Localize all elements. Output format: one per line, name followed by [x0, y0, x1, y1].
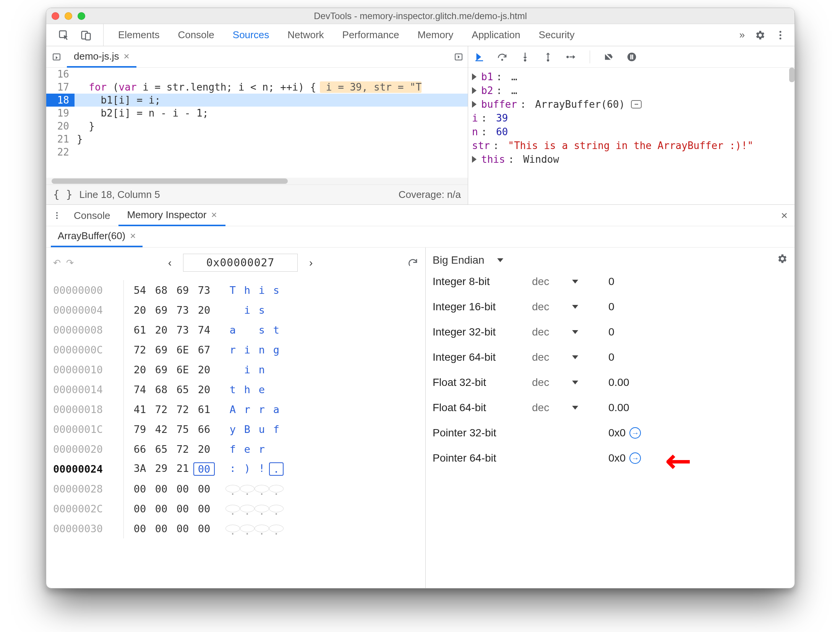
hex-row[interactable]: 0000000420697320 is [53, 300, 418, 320]
unit-select[interactable]: dec [532, 301, 597, 313]
refresh-icon[interactable] [407, 257, 418, 269]
value-row: Integer 32-bitdec0 [433, 326, 788, 338]
scope-row[interactable]: i: 39 [472, 111, 793, 125]
value-interpretations: Integer 8-bitdec0 Integer 16-bitdec0 Int… [433, 275, 788, 464]
settings-icon[interactable] [754, 29, 765, 41]
value-settings-icon[interactable] [776, 253, 788, 267]
unit-select[interactable]: dec [532, 275, 597, 288]
value-row: Float 32-bitdec0.00 [433, 376, 788, 389]
file-tabbar: demo-js.js × [46, 46, 468, 68]
scope-row[interactable]: b1: … [472, 70, 793, 84]
panel-tab-performance[interactable]: Performance [342, 29, 399, 41]
deactivate-breakpoints-icon[interactable] [603, 51, 615, 63]
close-drawer-tab-icon[interactable]: × [211, 209, 217, 221]
unit-select[interactable]: dec [532, 351, 597, 363]
device-toolbar-icon[interactable] [80, 29, 92, 41]
file-tab[interactable]: demo-js.js × [67, 46, 136, 68]
hex-row[interactable]: 0000001474686520the [53, 379, 418, 399]
value-row: Float 64-bitdec0.00 [433, 402, 788, 414]
drawer-menu-icon[interactable] [49, 211, 65, 220]
close-drawer-icon[interactable]: × [781, 209, 792, 222]
titlebar: DevTools - memory-inspector.glitch.me/de… [46, 8, 795, 24]
resume-icon[interactable] [474, 51, 485, 63]
scope-row[interactable]: str: "This is a string in the ArrayBuffe… [472, 139, 793, 152]
panel-tab-memory[interactable]: Memory [417, 29, 453, 41]
inspect-element-icon[interactable] [58, 29, 70, 41]
svg-point-3 [780, 31, 782, 32]
hex-row[interactable]: 0000000861207374a st [53, 320, 418, 340]
hex-row[interactable]: 0000001020696E20 in [53, 360, 418, 379]
pretty-print-icon[interactable]: { } [53, 188, 73, 201]
pause-on-exceptions-icon[interactable] [626, 51, 637, 63]
hex-row[interactable]: 0000003000000000.... [53, 519, 418, 538]
code-editor[interactable]: 1617 for (var i = str.length; i < n; ++i… [46, 68, 468, 178]
more-tabs-icon[interactable] [454, 52, 463, 62]
hex-row[interactable]: 0000001C79427566yBuf [53, 419, 418, 439]
chevron-down-icon[interactable] [497, 258, 503, 262]
svg-rect-14 [632, 54, 633, 59]
scope-row[interactable]: n: 60 [472, 125, 793, 139]
hex-row[interactable]: 0000000C72696E67ring [53, 340, 418, 360]
code-line[interactable]: 21} [46, 133, 468, 146]
hex-row[interactable]: 0000002066657220fer [53, 439, 418, 459]
show-navigator-icon[interactable] [46, 52, 67, 62]
step-into-icon[interactable] [519, 51, 531, 63]
drawer-tab-console[interactable]: Console [65, 204, 118, 226]
panel-tab-console[interactable]: Console [178, 29, 214, 41]
hex-row[interactable]: 000000243A292100:)!. [53, 459, 418, 479]
unit-select[interactable]: dec [532, 376, 597, 389]
editor-horizontal-scrollbar[interactable] [46, 178, 468, 185]
endian-row: Big Endian [433, 253, 788, 267]
inspector-buffer-tab[interactable]: ArrayBuffer(60) × [51, 226, 143, 247]
hex-row[interactable]: 0000000054686973This [53, 280, 418, 300]
hex-row[interactable]: 0000002C00000000.... [53, 499, 418, 519]
value-row: Integer 8-bitdec0 [433, 275, 788, 288]
close-inspector-tab-icon[interactable]: × [130, 230, 136, 242]
panel-tab-elements[interactable]: Elements [118, 29, 159, 41]
unit-select[interactable]: dec [532, 402, 597, 414]
scope-row[interactable]: b2: … [472, 84, 793, 97]
page-forward-icon[interactable]: › [303, 256, 319, 270]
step-icon[interactable] [565, 51, 577, 63]
panel-tab-network[interactable]: Network [287, 29, 324, 41]
code-line[interactable]: 20 } [46, 120, 468, 133]
svg-point-12 [628, 52, 636, 61]
window-title: DevTools - memory-inspector.glitch.me/de… [46, 11, 795, 21]
panel-tab-security[interactable]: Security [539, 29, 575, 41]
drawer-tab-memory-inspector[interactable]: Memory Inspector× [118, 204, 225, 226]
scope-row[interactable]: buffer: ArrayBuffer(60)⋯ [472, 97, 793, 111]
panel-tab-sources[interactable]: Sources [233, 29, 269, 41]
scope-scrollbar[interactable] [789, 68, 795, 82]
unit-select[interactable]: dec [532, 326, 597, 338]
code-line[interactable]: 18 b1[i] = i; [46, 94, 468, 107]
endian-select[interactable]: Big Endian [433, 254, 484, 266]
hex-row[interactable]: 0000001841727261Arra [53, 399, 418, 419]
close-file-icon[interactable]: × [123, 50, 129, 62]
page-back-icon[interactable]: ‹ [162, 256, 178, 270]
jump-to-address-icon[interactable] [629, 427, 641, 439]
debugger-toolbar [468, 46, 795, 68]
code-line[interactable]: 16 [46, 68, 468, 81]
step-out-icon[interactable] [542, 51, 554, 63]
file-tab-label: demo-js.js [74, 50, 119, 62]
memory-nav-row: ↶ ↷ ‹ 0x00000027 › [53, 254, 418, 272]
more-panels-button[interactable]: » [739, 29, 745, 41]
svg-point-16 [56, 215, 58, 216]
scope-pane[interactable]: b1: …b2: …buffer: ArrayBuffer(60)⋯ i: 39… [468, 68, 795, 204]
panel-tab-application[interactable]: Application [472, 29, 520, 41]
address-input[interactable]: 0x00000027 [183, 254, 298, 272]
hex-view[interactable]: 0000000054686973This0000000420697320 is … [53, 280, 418, 538]
code-line[interactable]: 19 b2[i] = n - i - 1; [46, 107, 468, 120]
sources-panel: demo-js.js × 1617 for (var i = str.lengt… [46, 46, 795, 205]
kebab-menu-icon[interactable] [775, 29, 786, 41]
history-back-icon[interactable]: ↶ [53, 258, 61, 268]
memory-inspector-body: ↶ ↷ ‹ 0x00000027 › 0000000054686973This0… [46, 248, 795, 588]
code-line[interactable]: 22 [46, 146, 468, 159]
history-fwd-icon[interactable]: ↷ [66, 258, 74, 268]
jump-to-address-icon[interactable] [629, 452, 641, 464]
editor-statusbar: { } Line 18, Column 5 Coverage: n/a [46, 185, 468, 204]
code-line[interactable]: 17 for (var i = str.length; i < n; ++i) … [46, 81, 468, 94]
hex-row[interactable]: 0000002800000000.... [53, 479, 418, 499]
scope-row[interactable]: this: Window [472, 152, 793, 166]
step-over-icon[interactable] [496, 51, 508, 63]
